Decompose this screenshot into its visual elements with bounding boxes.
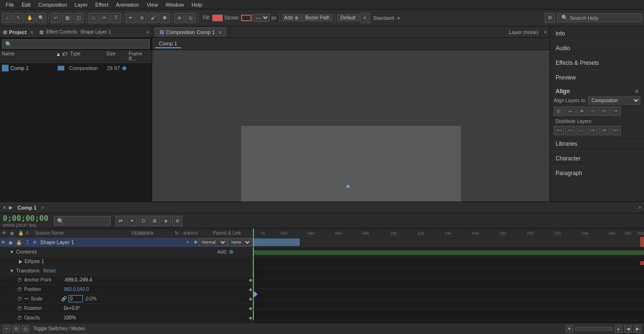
fill-color[interactable] — [212, 15, 223, 21]
effect-controls-tab[interactable]: ▦ Effect Controls Shape Layer 1 — [39, 29, 111, 35]
scale-stopwatch-active[interactable]: ⏱ — [17, 296, 22, 302]
align-center-h[interactable]: ⬰ — [565, 106, 575, 116]
tool-camera[interactable]: ◎ — [185, 13, 196, 23]
align-menu-icon[interactable]: ≡ — [635, 88, 638, 95]
tool-zoom[interactable]: 🔍 — [36, 13, 46, 23]
tl-close-btn[interactable]: × — [3, 204, 6, 211]
rot-stopwatch[interactable]: ⏱ — [17, 306, 22, 311]
scale-keyframe[interactable]: ◈ — [249, 296, 252, 301]
tl-btn2[interactable]: ✦ — [127, 216, 137, 226]
tool-mask[interactable]: ◫ — [73, 13, 84, 23]
tl-footer-nav2[interactable]: ▶ — [634, 325, 641, 333]
right-info[interactable]: Info — [550, 26, 644, 41]
tl-footer-down[interactable]: ▼ — [566, 325, 573, 333]
layer-name[interactable]: Shape Layer 1 — [38, 239, 185, 245]
tl-btn3[interactable]: ⊡ — [138, 216, 148, 226]
tl-footer-zoom[interactable] — [575, 327, 613, 331]
scale-link-icon[interactable]: 🔗 — [61, 296, 67, 301]
layer-label1[interactable]: ✱ — [194, 240, 198, 245]
tl-transform-row[interactable]: ▼ Transform Reset — [0, 266, 252, 276]
stroke-color[interactable] — [241, 15, 252, 21]
tl-btn4[interactable]: ⊠ — [149, 216, 160, 226]
tool-hand[interactable]: ✋ — [25, 13, 35, 23]
search-help-box[interactable]: 🔍 Search Help — [557, 13, 642, 22]
tl-panel-expander[interactable]: » — [638, 205, 641, 210]
align-top[interactable]: ⬳ — [588, 106, 598, 116]
dist-top[interactable]: ⬹ — [588, 126, 598, 135]
tool-selection[interactable]: ↖ — [13, 13, 24, 23]
layer-solo[interactable]: ◉ — [9, 240, 15, 245]
pos-keyframe[interactable]: ◈ — [249, 287, 252, 292]
menu-file[interactable]: File — [2, 1, 18, 9]
comp-tab-close[interactable]: × — [219, 29, 222, 35]
menu-composition[interactable]: Composition — [35, 1, 71, 9]
dist-left[interactable]: ⬶ — [554, 126, 564, 135]
tool-pen[interactable]: ✒ — [125, 13, 136, 23]
rot-keyframe[interactable]: ◈ — [249, 306, 252, 311]
align-center-v[interactable]: ⬴ — [599, 106, 609, 116]
anchor-keyframe[interactable]: ◈ — [249, 277, 252, 282]
rot-value[interactable]: 0x+0.0° — [64, 306, 80, 311]
layer-blend-mode[interactable]: Normal — [199, 238, 227, 246]
tool-text[interactable]: T — [111, 13, 121, 23]
comp-subtab-main[interactable]: Comp 1 — [155, 40, 181, 48]
pos-stopwatch[interactable]: ⏱ — [17, 287, 22, 292]
layer-parent-select[interactable]: None — [228, 238, 252, 246]
track-layer1[interactable] — [253, 237, 644, 247]
dist-center-v[interactable]: ⬺ — [599, 126, 609, 135]
tl-layer-row-1[interactable]: 👁 ◉ 🔓 1 ★ Shape Layer 1 ≡ ✱ Normal None — [0, 238, 252, 247]
tl-footer-camera[interactable]: ◎ — [22, 325, 29, 333]
settings-icon-btn[interactable]: ⚙ — [545, 13, 555, 23]
project-search-input[interactable] — [2, 39, 150, 49]
tool-undo[interactable]: ↩ — [51, 13, 61, 23]
tool-clone[interactable]: ✱ — [159, 13, 170, 23]
menu-animation[interactable]: Animation — [112, 1, 143, 9]
default-button[interactable]: Default — [337, 14, 359, 21]
composition-tab[interactable]: ▦ Composition Comp 1 × — [155, 27, 226, 36]
dist-right[interactable]: ⬸ — [576, 126, 587, 135]
tl-btn1[interactable]: ⇄ — [115, 216, 126, 226]
layer-eye[interactable]: 👁 — [1, 240, 8, 245]
tl-timecode[interactable]: 0;00;00;00 — [3, 214, 48, 223]
opacity-value[interactable]: 100% — [64, 315, 76, 320]
menu-icon-btn[interactable]: ≡ — [360, 13, 370, 23]
track-layer2[interactable] — [253, 247, 644, 258]
tl-btn5[interactable]: ◈ — [161, 216, 171, 226]
tool-paint[interactable]: 🖌 — [148, 13, 158, 23]
right-preview[interactable]: Preview — [550, 70, 644, 85]
menu-view[interactable]: View — [143, 1, 162, 9]
tool-brush[interactable]: ✏ — [99, 13, 110, 23]
add-icon-tl[interactable]: ⊕ — [229, 248, 234, 255]
dist-bottom[interactable]: ⬻ — [610, 126, 621, 135]
right-paragraph[interactable]: Paragraph — [550, 166, 644, 181]
tl-footer-up[interactable]: ▲ — [615, 325, 622, 333]
tool-puppet[interactable]: ⊛ — [174, 13, 184, 23]
layer-lock[interactable]: 🔓 — [16, 240, 23, 245]
right-libraries[interactable]: Libraries — [550, 137, 644, 151]
align-left[interactable]: ⬱ — [554, 106, 564, 116]
align-to-dropdown[interactable]: Composition — [588, 97, 640, 105]
tool-shape[interactable]: ⬭ — [88, 13, 98, 23]
tl-footer-new[interactable]: + — [3, 325, 10, 333]
pos-value[interactable]: 960.0,540.0 — [64, 287, 89, 292]
add-button[interactable]: Add: ⊕ — [282, 14, 301, 21]
toggle-switches-label[interactable]: Toggle Switches / Modes — [33, 326, 86, 331]
transform-reset[interactable]: Reset — [44, 268, 56, 273]
align-right[interactable]: ⬲ — [576, 106, 587, 116]
anchor-stopwatch[interactable]: ⏱ — [17, 277, 22, 283]
project-item-comp1[interactable]: Comp 1 Composition 29.97 ⬟ — [0, 63, 152, 73]
tl-search-input[interactable] — [54, 216, 111, 226]
menu-layer[interactable]: Layer — [71, 1, 92, 9]
right-effects-presets[interactable]: Effects & Presets — [550, 56, 644, 70]
bezier-path-button[interactable]: Bezier Path — [302, 14, 333, 21]
menu-window[interactable]: Window — [162, 1, 188, 9]
tool-anchor[interactable]: ⊕ — [137, 13, 147, 23]
anchor-value[interactable]: -699.0,-249.4 — [64, 277, 92, 282]
tl-footer-settings[interactable]: ⚙ — [12, 325, 20, 333]
tl-footer-nav1[interactable]: ◀ — [624, 325, 632, 333]
scale-input[interactable] — [69, 295, 83, 302]
stroke-width-dropdown[interactable]: — — [252, 14, 270, 22]
opacity-keyframe[interactable]: ◈ — [249, 315, 252, 320]
menu-effect[interactable]: Effect — [91, 1, 112, 9]
tl-ellipse-row[interactable]: ▶ Ellipse 1 — [0, 257, 252, 266]
